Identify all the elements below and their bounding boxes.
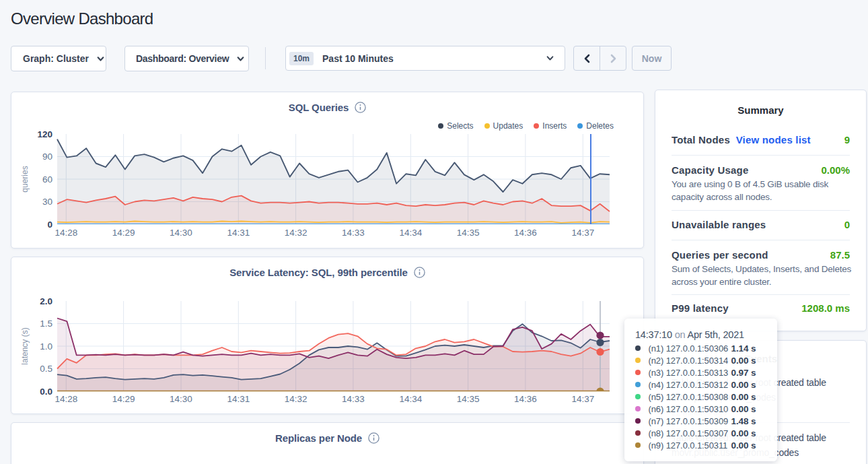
svg-text:30: 30 <box>42 197 52 207</box>
svg-text:14:35: 14:35 <box>457 394 480 404</box>
svg-text:14:30: 14:30 <box>170 228 192 238</box>
svg-text:14:28: 14:28 <box>55 394 77 404</box>
svg-text:14:29: 14:29 <box>112 394 135 404</box>
svg-text:2.0: 2.0 <box>40 296 52 306</box>
svg-text:latency (s): latency (s) <box>20 327 30 364</box>
svg-text:14:32: 14:32 <box>285 394 308 404</box>
svg-text:14:36: 14:36 <box>514 394 537 404</box>
svg-text:14:33: 14:33 <box>342 394 365 404</box>
svg-text:14:36: 14:36 <box>514 228 537 238</box>
svg-text:queries: queries <box>20 166 30 192</box>
svg-text:14:30: 14:30 <box>170 394 192 404</box>
svg-text:120: 120 <box>37 129 52 139</box>
svg-text:1.5: 1.5 <box>40 319 52 329</box>
svg-text:14:28: 14:28 <box>55 228 77 238</box>
svg-text:90: 90 <box>42 152 52 162</box>
svg-text:14:37: 14:37 <box>571 394 594 404</box>
svg-text:0: 0 <box>47 220 52 230</box>
svg-text:14:34: 14:34 <box>399 228 422 238</box>
svg-text:60: 60 <box>42 174 52 185</box>
svg-text:0.0: 0.0 <box>40 387 52 397</box>
svg-text:14:33: 14:33 <box>342 228 365 238</box>
svg-text:14:35: 14:35 <box>457 228 480 238</box>
svg-text:14:37: 14:37 <box>571 228 594 238</box>
svg-text:14:32: 14:32 <box>285 228 308 238</box>
svg-text:0.5: 0.5 <box>40 364 52 374</box>
svg-text:14:31: 14:31 <box>227 228 250 238</box>
svg-text:1.0: 1.0 <box>40 341 52 352</box>
svg-text:14:34: 14:34 <box>399 394 422 404</box>
svg-text:14:29: 14:29 <box>112 228 135 238</box>
svg-text:14:31: 14:31 <box>227 394 250 404</box>
